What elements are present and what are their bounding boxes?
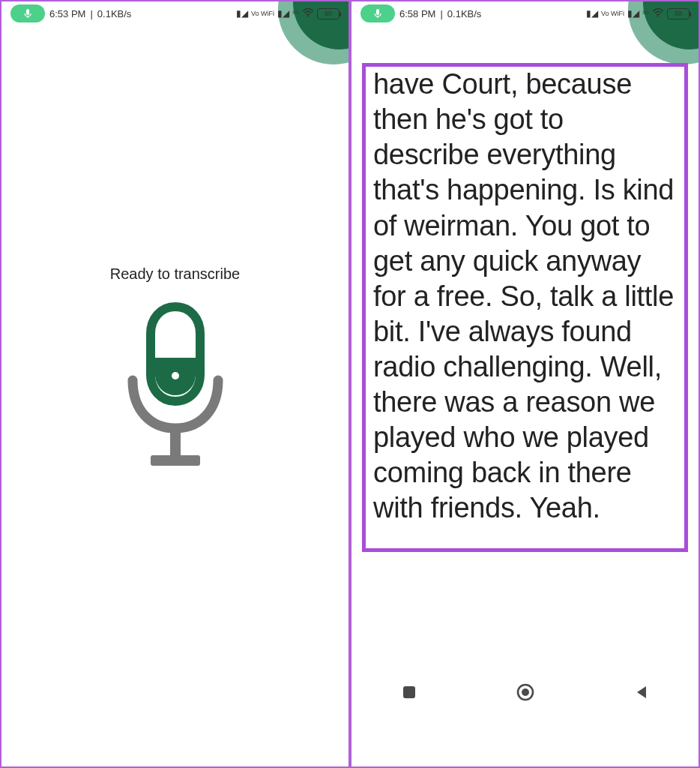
battery-icon: 58 (667, 8, 690, 20)
svg-rect-22 (376, 9, 379, 15)
vowifi-label: Vo WiFi (251, 10, 274, 16)
svg-rect-2 (26, 9, 29, 15)
signal-icon-2: ▮◢ (277, 8, 289, 19)
network-5g-icon: ⁵ᴳ (292, 10, 299, 18)
wifi-icon (302, 8, 314, 19)
network-5g-icon: ⁵ᴳ (642, 10, 649, 18)
nav-bar (351, 672, 699, 716)
highlight-top-edge (362, 63, 688, 67)
battery-icon: 60 (317, 8, 340, 20)
transcript-highlight: about it till the process have Court, be… (362, 63, 688, 552)
status-bar: 6:58 PM | 0.1KB/s ▮◢ Vo WiFi ▮◢ ⁵ᴳ 58 (351, 2, 699, 26)
ready-label: Ready to transcribe (1, 266, 349, 283)
nav-recent-icon[interactable] (401, 684, 417, 704)
svg-point-4 (172, 372, 179, 380)
nav-back-icon[interactable] (633, 684, 650, 704)
svg-rect-5 (170, 428, 181, 457)
svg-point-26 (522, 688, 529, 696)
wifi-icon (652, 8, 664, 19)
recording-pill-icon (360, 4, 395, 22)
phone-right: 6:58 PM | 0.1KB/s ▮◢ Vo WiFi ▮◢ ⁵ᴳ 58 ab… (351, 2, 699, 766)
signal-icon: ▮◢ (236, 8, 248, 19)
phone-left: 6:53 PM | 0.1KB/s ▮◢ Vo WiFi ▮◢ ⁵ᴳ 60 Re… (1, 2, 349, 766)
status-netspeed: 0.1KB/s (447, 8, 482, 20)
svg-rect-24 (403, 686, 415, 698)
status-bar: 6:53 PM | 0.1KB/s ▮◢ Vo WiFi ▮◢ ⁵ᴳ 60 (1, 2, 349, 26)
status-time: 6:58 PM (399, 8, 435, 20)
svg-rect-6 (151, 455, 200, 466)
nav-home-icon[interactable] (516, 682, 535, 705)
svg-point-3 (307, 16, 309, 17)
microphone-button[interactable] (1, 299, 349, 472)
signal-icon-2: ▮◢ (627, 8, 639, 19)
vowifi-label: Vo WiFi (601, 10, 624, 16)
status-netspeed: 0.1KB/s (97, 8, 132, 20)
signal-icon: ▮◢ (586, 8, 598, 19)
status-time: 6:53 PM (49, 8, 85, 20)
svg-point-23 (657, 16, 659, 17)
transcript-text: about it till the process have Court, be… (373, 63, 677, 526)
recording-pill-icon (10, 4, 45, 22)
